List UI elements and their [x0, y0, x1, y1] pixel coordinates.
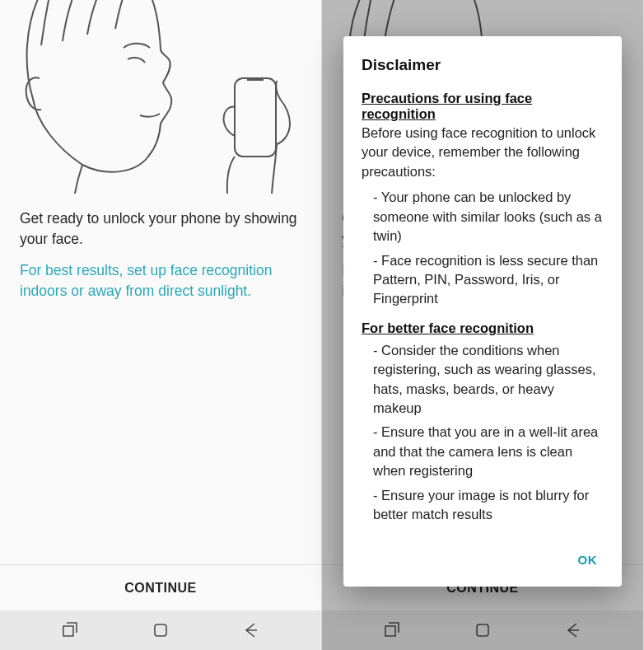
- better-recognition-heading: For better face recognition: [362, 320, 604, 336]
- precautions-heading: Precautions for using face recognition: [362, 91, 604, 122]
- list-item: - Your phone can be unlocked by someone …: [373, 188, 604, 246]
- dialog-title: Disclaimer: [362, 56, 604, 74]
- navigation-bar: [0, 610, 321, 650]
- precautions-list: - Your phone can be unlocked by someone …: [362, 188, 604, 309]
- disclaimer-dialog: Disclaimer Precautions for using face re…: [343, 36, 622, 587]
- better-recognition-list: - Consider the conditions when registeri…: [362, 341, 604, 525]
- setup-tip-text: For best results, set up face recognitio…: [0, 250, 321, 302]
- list-item: - Consider the conditions when registeri…: [373, 341, 604, 419]
- recents-icon[interactable]: [61, 621, 79, 639]
- list-item: - Ensure your image is not blurry for be…: [373, 486, 604, 525]
- home-icon[interactable]: [152, 621, 170, 639]
- setup-instruction-text: Get ready to unlock your phone by showin…: [0, 194, 321, 250]
- back-icon[interactable]: [242, 621, 260, 639]
- svg-rect-1: [155, 624, 166, 636]
- precautions-intro: Before using face recognition to unlock …: [362, 124, 604, 181]
- continue-button[interactable]: CONTINUE: [0, 564, 321, 610]
- face-phone-illustration: [0, 0, 321, 194]
- ok-button[interactable]: OK: [570, 546, 606, 573]
- list-item: - Ensure that you are in a well-lit area…: [373, 423, 604, 480]
- svg-rect-0: [235, 78, 276, 157]
- dialog-actions: OK: [343, 543, 622, 587]
- screen-disclaimer: Get ready to unlock your phone by showin…: [322, 0, 644, 650]
- content-area: Get ready to unlock your phone by showin…: [0, 0, 321, 564]
- screen-setup: Get ready to unlock your phone by showin…: [0, 0, 322, 650]
- face-illustration: [0, 0, 321, 194]
- dialog-content: Disclaimer Precautions for using face re…: [343, 36, 622, 543]
- list-item: - Face recognition is less secure than P…: [373, 251, 604, 309]
